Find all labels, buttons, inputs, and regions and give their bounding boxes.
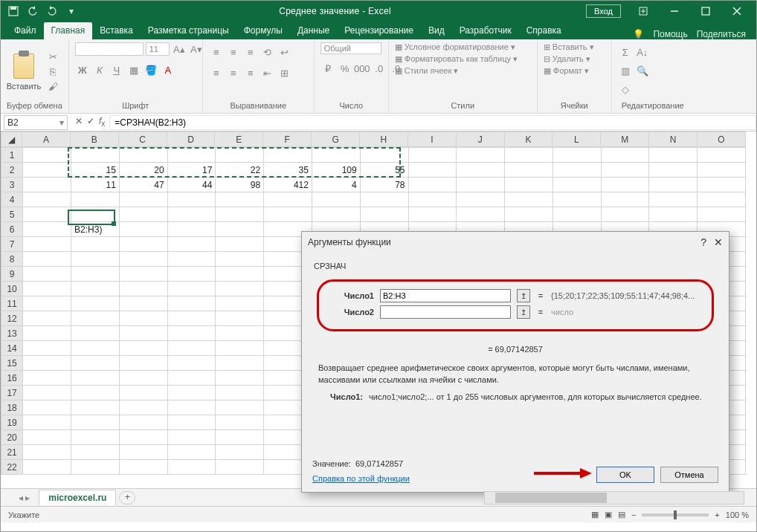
- cell[interactable]: [71, 371, 120, 386]
- font-name-dropdown[interactable]: [75, 42, 144, 56]
- tab-review[interactable]: Рецензирование: [337, 22, 421, 39]
- comma-icon[interactable]: 000: [355, 62, 370, 75]
- cell[interactable]: [167, 386, 216, 400]
- row-header[interactable]: 11: [1, 296, 23, 311]
- cell[interactable]: [649, 192, 698, 207]
- conditional-format-button[interactable]: ▦ Условное форматирование ▾: [395, 42, 515, 52]
- dialog-close-icon[interactable]: ✕: [714, 236, 723, 248]
- cell[interactable]: [553, 148, 601, 163]
- cell[interactable]: [23, 207, 71, 222]
- cell[interactable]: [71, 252, 120, 267]
- cell[interactable]: [167, 237, 216, 252]
- sort-icon[interactable]: A↓: [635, 45, 650, 59]
- cell[interactable]: [408, 178, 457, 192]
- cell[interactable]: [601, 207, 649, 222]
- align-top-icon[interactable]: ≡: [209, 45, 224, 59]
- cell[interactable]: 17: [167, 163, 216, 178]
- cell[interactable]: [216, 386, 264, 400]
- cell[interactable]: [167, 222, 216, 237]
- row-header[interactable]: 19: [1, 415, 23, 430]
- cell[interactable]: [23, 178, 71, 192]
- cell[interactable]: [216, 237, 264, 252]
- cell[interactable]: [71, 207, 120, 222]
- cell[interactable]: [264, 192, 312, 207]
- cell[interactable]: B2:H3): [71, 222, 120, 237]
- cell[interactable]: [71, 311, 120, 326]
- cell[interactable]: [119, 296, 167, 311]
- cell[interactable]: 412: [264, 178, 312, 192]
- row-header[interactable]: 13: [1, 326, 23, 341]
- cell[interactable]: [71, 460, 120, 475]
- font-size-dropdown[interactable]: 11: [146, 42, 170, 56]
- cell[interactable]: [71, 356, 120, 371]
- arg1-input[interactable]: [380, 289, 511, 302]
- percent-icon[interactable]: %: [338, 62, 352, 75]
- row-header[interactable]: 22: [1, 460, 23, 475]
- clear-icon[interactable]: ◇: [618, 82, 633, 96]
- cell[interactable]: [457, 207, 505, 222]
- fill-icon[interactable]: ▥: [618, 64, 633, 77]
- zoom-in-icon[interactable]: +: [715, 510, 719, 519]
- function-help-link[interactable]: Справка по этой функции: [312, 474, 410, 483]
- formula-input[interactable]: [109, 115, 756, 130]
- cell[interactable]: [119, 222, 167, 237]
- row-header[interactable]: 17: [1, 386, 23, 400]
- cell[interactable]: [23, 341, 71, 356]
- select-all-button[interactable]: ◢: [1, 132, 22, 147]
- tab-developer[interactable]: Разработчик: [452, 22, 519, 39]
- cell[interactable]: [167, 311, 216, 326]
- tab-help[interactable]: Справка: [519, 22, 569, 39]
- cell[interactable]: [264, 148, 312, 163]
- row-header[interactable]: 14: [1, 341, 23, 356]
- cell[interactable]: [71, 341, 120, 356]
- tab-file[interactable]: Файл: [7, 22, 44, 39]
- cell[interactable]: [119, 326, 167, 341]
- row-header[interactable]: 2: [1, 163, 23, 178]
- row-header[interactable]: 7: [1, 237, 23, 252]
- name-box[interactable]: B2▾: [4, 115, 68, 130]
- align-middle-icon[interactable]: ≡: [226, 45, 241, 59]
- cell[interactable]: [119, 430, 167, 445]
- cell[interactable]: [23, 415, 71, 430]
- cell[interactable]: [649, 178, 698, 192]
- cell[interactable]: [167, 341, 216, 356]
- cell[interactable]: [408, 207, 457, 222]
- ribbon-options-icon[interactable]: [628, 1, 658, 22]
- cell[interactable]: [457, 178, 505, 192]
- cell[interactable]: [23, 311, 71, 326]
- cell[interactable]: [216, 252, 264, 267]
- tab-formulas[interactable]: Формулы: [236, 22, 290, 39]
- cell[interactable]: [505, 192, 553, 207]
- cell[interactable]: [167, 445, 216, 460]
- cell[interactable]: [119, 386, 167, 400]
- cell[interactable]: [119, 252, 167, 267]
- format-cell-button[interactable]: ▦ Формат ▾: [544, 66, 589, 76]
- wrap-text-icon[interactable]: ↩: [277, 45, 292, 59]
- cell[interactable]: [649, 207, 698, 222]
- cell[interactable]: [312, 192, 360, 207]
- cell[interactable]: [119, 341, 167, 356]
- cell[interactable]: 98: [216, 178, 264, 192]
- cell[interactable]: [216, 326, 264, 341]
- cell[interactable]: [216, 400, 264, 415]
- cell[interactable]: [119, 311, 167, 326]
- close-icon[interactable]: [722, 1, 752, 22]
- cancel-formula-icon[interactable]: ✕: [75, 116, 83, 128]
- cell[interactable]: [23, 296, 71, 311]
- cell[interactable]: [167, 400, 216, 415]
- number-format-dropdown[interactable]: Общий: [320, 42, 381, 54]
- copy-icon[interactable]: ⎘: [45, 65, 60, 79]
- decrease-font-icon[interactable]: A▾: [189, 42, 204, 56]
- cell[interactable]: [71, 148, 120, 163]
- cell[interactable]: [71, 326, 120, 341]
- cell[interactable]: [601, 178, 649, 192]
- cell[interactable]: 11: [71, 178, 120, 192]
- cell[interactable]: [119, 148, 167, 163]
- share-button[interactable]: Поделиться: [697, 29, 746, 39]
- cell[interactable]: [457, 192, 505, 207]
- border-icon[interactable]: ▦: [126, 63, 141, 77]
- cell[interactable]: [23, 445, 71, 460]
- italic-button[interactable]: К: [92, 63, 107, 77]
- cell[interactable]: [167, 326, 216, 341]
- row-header[interactable]: 9: [1, 267, 23, 282]
